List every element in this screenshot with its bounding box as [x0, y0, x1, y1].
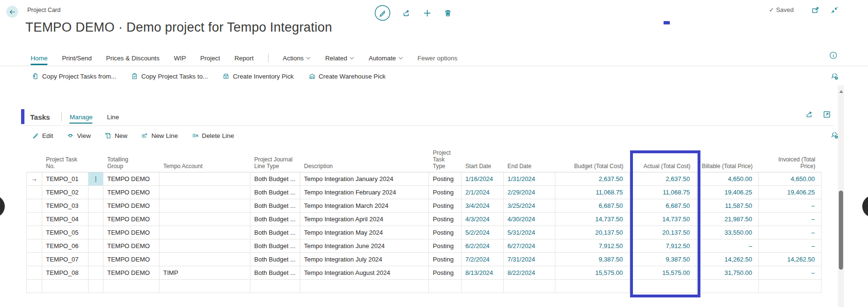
fewer-options-button[interactable]: Fewer options [417, 55, 458, 62]
cell-actual[interactable]: 6,687.50 [630, 199, 697, 213]
cell-tempo_account[interactable] [159, 186, 250, 199]
edge-button-right[interactable] [862, 195, 868, 217]
cell-invoiced[interactable]: – [759, 199, 822, 213]
cell-actual[interactable]: 9,387.50 [630, 253, 697, 266]
info-icon[interactable] [829, 51, 837, 59]
cell-billable[interactable]: 19,406.25 [697, 186, 759, 199]
cell-budget[interactable]: 20,137.50 [555, 226, 630, 239]
cell-line_type[interactable]: Both Budget ... [250, 239, 300, 253]
cell-task_no[interactable]: TEMPO_04 [42, 213, 89, 226]
cell-line_type[interactable]: Both Budget ... [250, 199, 300, 213]
cell-task_type[interactable]: Posting [429, 266, 462, 280]
cell-invoiced[interactable]: 4,650.00 [759, 172, 822, 186]
cell-menu[interactable] [89, 253, 103, 266]
column-header-end_date[interactable]: End Date [504, 163, 555, 172]
column-header-actual[interactable]: Actual (Total Cost) [630, 163, 697, 172]
cell-task_no[interactable]: TEMPO_07 [42, 253, 89, 266]
cell-description[interactable]: Tempo Integration February 2024 [300, 186, 429, 199]
column-header-task_no[interactable]: Project Task No. [42, 156, 89, 172]
cell-menu[interactable] [89, 199, 103, 213]
cell-end_date[interactable]: 2/29/2024 [504, 186, 555, 199]
cell-task_type[interactable]: Posting [429, 239, 462, 253]
tab-prices-discounts[interactable]: Prices & Discounts [106, 55, 160, 62]
cell-description[interactable]: Tempo Integration June 2024 [300, 239, 429, 253]
cell-task_type[interactable]: Posting [429, 226, 462, 239]
column-header-budget[interactable]: Budget (Total Cost) [555, 163, 630, 172]
share-icon[interactable] [805, 110, 814, 119]
cell-tempo_account[interactable] [159, 213, 250, 226]
cell-invoiced[interactable]: 19,406.25 [759, 186, 822, 199]
cell-billable[interactable]: 4,650.00 [697, 172, 759, 186]
cell-budget[interactable]: 11,068.75 [555, 186, 630, 199]
cell-actual[interactable]: 7,912.50 [630, 239, 697, 253]
cell-task_type[interactable]: Posting [429, 186, 462, 199]
cell-line_type[interactable]: Both Budget ... [250, 186, 300, 199]
tab-report[interactable]: Report [235, 55, 254, 62]
cell-task_no[interactable]: TEMPO_02 [42, 186, 89, 199]
cell-billable[interactable]: 31,750.00 [697, 266, 759, 280]
cell-invoiced[interactable]: – [759, 239, 822, 253]
cell-end_date[interactable]: 3/25/2024 [504, 199, 555, 213]
cell-menu[interactable] [89, 186, 103, 199]
column-header-task_type[interactable]: Project Task Type [429, 149, 462, 172]
cell-invoiced[interactable]: – [759, 213, 822, 226]
cell-description[interactable]: Tempo Integration April 2024 [300, 213, 429, 226]
cell-tempo_account[interactable] [159, 239, 250, 253]
cell-actual[interactable]: 15,575.00 [630, 266, 697, 280]
expand-icon[interactable] [823, 110, 831, 119]
cell-menu[interactable] [89, 226, 103, 239]
cell-end_date[interactable]: 7/31/2024 [504, 253, 555, 266]
cell-task_type[interactable]: Posting [429, 172, 462, 186]
cell-task_type[interactable]: Posting [429, 213, 462, 226]
tab-line[interactable]: Line [107, 114, 119, 121]
cell-billable[interactable]: 14,262.50 [697, 253, 759, 266]
cell-totalling_group[interactable]: TEMPO DEMO [103, 226, 159, 239]
cell-task_no[interactable]: TEMPO_05 [42, 226, 89, 239]
cell-description[interactable]: Tempo Integration July 2024 [300, 253, 429, 266]
cell-end_date[interactable]: 8/22/2024 [504, 266, 555, 280]
cell-billable[interactable]: 21,987.50 [697, 213, 759, 226]
tab-project[interactable]: Project [200, 55, 220, 62]
scrollbar-thumb[interactable] [839, 191, 843, 270]
cell-totalling_group[interactable]: TEMPO DEMO [103, 213, 159, 226]
tab-print-send[interactable]: Print/Send [62, 55, 91, 62]
cell-task_type[interactable]: Posting [429, 253, 462, 266]
delete-line-button[interactable]: Delete Line [192, 132, 234, 139]
delete-icon[interactable] [443, 9, 452, 18]
cell-line_type[interactable]: Both Budget ... [250, 226, 300, 239]
cell-budget[interactable]: 14,737.50 [555, 213, 630, 226]
cell-start_date[interactable]: 7/2/2024 [462, 253, 504, 266]
cell-end_date[interactable]: 5/31/2024 [504, 226, 555, 239]
cell-budget[interactable]: 15,575.00 [555, 266, 630, 280]
cell-start_date[interactable]: 1/16/2024 [462, 172, 504, 186]
cell-tempo_account[interactable] [159, 199, 250, 213]
cell-invoiced[interactable]: – [759, 226, 822, 239]
view-button[interactable]: View [67, 132, 91, 139]
new-button[interactable]: New [104, 132, 128, 139]
column-header-description[interactable]: Description [300, 163, 429, 172]
cell-totalling_group[interactable]: TEMPO DEMO [103, 253, 159, 266]
unpin-icon[interactable] [830, 72, 839, 80]
cell-description[interactable]: Tempo Integration May 2024 [300, 226, 429, 239]
cell-line_type[interactable]: Both Budget ... [250, 266, 300, 280]
cell-description[interactable]: Tempo Integration August 2024 [300, 266, 429, 280]
cell-start_date[interactable]: 8/13/2024 [462, 266, 504, 280]
cell-tempo_account[interactable]: TIMP [159, 266, 250, 280]
column-header-tempo_account[interactable]: Tempo Account [159, 163, 250, 172]
cell-task_no[interactable]: TEMPO_03 [42, 199, 89, 213]
edit-button[interactable]: Edit [32, 132, 53, 139]
cell-task_type[interactable]: Posting [429, 199, 462, 213]
open-in-window-icon[interactable] [811, 6, 820, 14]
tab-manage[interactable]: Manage [69, 114, 92, 121]
menu-actions[interactable]: Actions [283, 55, 311, 62]
cell-end_date[interactable]: 6/27/2024 [504, 239, 555, 253]
cell-tempo_account[interactable] [159, 226, 250, 239]
cell-line_type[interactable]: Both Budget ... [250, 253, 300, 266]
cell-actual[interactable]: 2,637.50 [630, 172, 697, 186]
cell-billable[interactable]: – [697, 239, 759, 253]
cell-end_date[interactable]: 4/30/2024 [504, 213, 555, 226]
cell-actual[interactable]: 20,137.50 [630, 226, 697, 239]
menu-related[interactable]: Related [325, 55, 354, 62]
cell-line_type[interactable]: Both Budget ... [250, 213, 300, 226]
column-header-start_date[interactable]: Start Date [462, 163, 504, 172]
